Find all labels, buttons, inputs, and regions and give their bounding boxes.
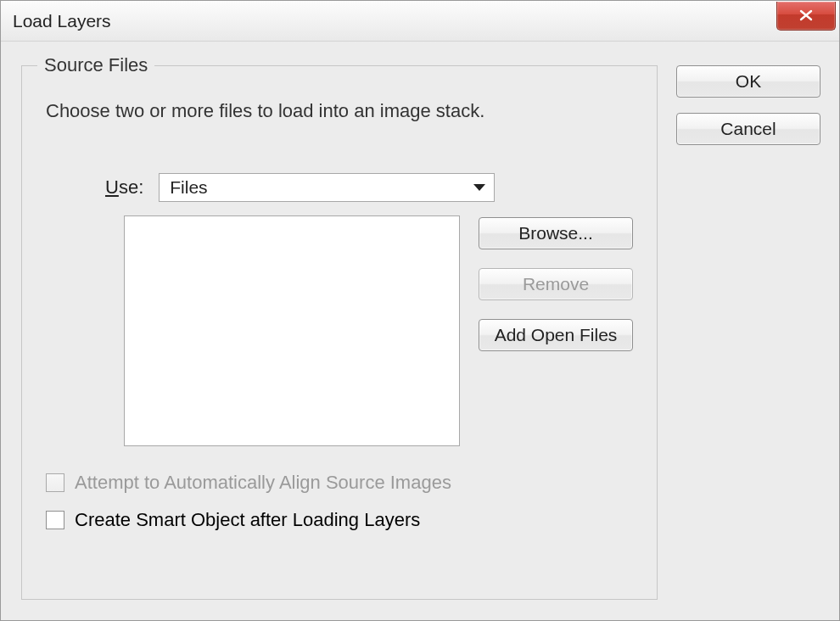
smart-object-checkbox-label: Create Smart Object after Loading Layers bbox=[75, 509, 420, 531]
add-open-files-button[interactable]: Add Open Files bbox=[479, 319, 633, 351]
file-actions: Browse... Remove Add Open Files bbox=[479, 217, 633, 351]
use-label: Use: bbox=[105, 176, 143, 199]
chevron-down-icon bbox=[473, 184, 485, 191]
group-description: Choose two or more files to load into an… bbox=[46, 100, 633, 122]
use-row: Use: Files bbox=[105, 173, 633, 202]
align-checkbox-row: Attempt to Automatically Align Source Im… bbox=[46, 472, 633, 494]
ok-button[interactable]: OK bbox=[676, 65, 820, 98]
align-checkbox[interactable] bbox=[46, 473, 64, 492]
title-bar: Load Layers bbox=[1, 1, 839, 42]
smart-object-checkbox[interactable] bbox=[46, 511, 64, 529]
dialog-actions: OK Cancel bbox=[676, 65, 820, 600]
files-row: Browse... Remove Add Open Files bbox=[46, 215, 633, 446]
source-files-group: Source Files Choose two or more files to… bbox=[21, 65, 658, 600]
client-area: Source Files Choose two or more files to… bbox=[1, 42, 839, 620]
window-title: Load Layers bbox=[13, 11, 111, 31]
cancel-button[interactable]: Cancel bbox=[676, 113, 820, 145]
close-icon bbox=[798, 9, 815, 21]
smart-object-checkbox-row: Create Smart Object after Loading Layers bbox=[46, 509, 633, 531]
use-dropdown-value: Files bbox=[170, 177, 207, 198]
group-legend: Source Files bbox=[37, 54, 154, 76]
remove-button[interactable]: Remove bbox=[479, 268, 633, 300]
dialog-window: Load Layers Source Files Choose two or m… bbox=[0, 0, 840, 621]
use-dropdown[interactable]: Files bbox=[159, 173, 495, 202]
align-checkbox-label: Attempt to Automatically Align Source Im… bbox=[75, 472, 451, 494]
close-button[interactable] bbox=[776, 2, 836, 31]
files-listbox[interactable] bbox=[124, 215, 460, 446]
browse-button[interactable]: Browse... bbox=[479, 217, 633, 249]
